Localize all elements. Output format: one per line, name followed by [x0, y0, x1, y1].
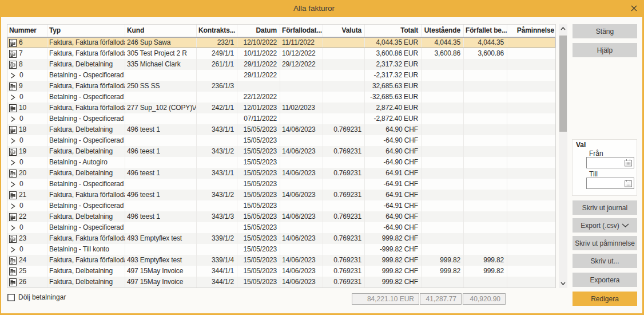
- calendar-icon[interactable]: [624, 159, 633, 169]
- calendar-icon[interactable]: [624, 179, 633, 190]
- column-header-forfallodatum[interactable]: Förfallodat...: [280, 25, 323, 37]
- chevron-right-icon[interactable]: [10, 73, 15, 78]
- row-number: 0: [19, 113, 23, 124]
- table-row-payment[interactable]: 0Betalning - Ospecificerad15/05/2023-64.…: [7, 179, 555, 190]
- cell-forfallet: [464, 124, 507, 135]
- table-row-invoice-10[interactable]: 10Faktura, Faktura förfallodatum277 Sup_…: [7, 103, 555, 113]
- table-row-payment[interactable]: 0Betalning - Ospecificerad29/11/2022-2,3…: [7, 70, 555, 81]
- cell-forfallet: [464, 190, 507, 200]
- hjalp-button[interactable]: Hjälp: [573, 43, 637, 57]
- table-row-invoice-22[interactable]: 22Faktura, Delbetalning496 teest 1343/1/…: [7, 211, 555, 222]
- window-title: Alla fakturor: [0, 0, 644, 17]
- scroll-down-arrow-icon[interactable]: [559, 279, 567, 288]
- cell-nummer: 0: [7, 113, 47, 124]
- chevron-right-icon[interactable]: [10, 116, 15, 122]
- hide-payments-checkbox[interactable]: [7, 294, 15, 301]
- table-row-payment[interactable]: 0Betalning - Ospecificerad15/05/2023-64.…: [7, 222, 555, 233]
- table-row-payment[interactable]: 0Betalning - Ospecificerad22/12/2022-32,…: [7, 92, 555, 103]
- column-header-kontrakt[interactable]: Kontrakts...: [197, 25, 237, 37]
- till-date-input[interactable]: [586, 178, 634, 189]
- table-row-invoice-19[interactable]: 19Faktura, Delbetalning496 teest 1343/1/…: [7, 146, 555, 157]
- chevron-right-icon[interactable]: [10, 138, 15, 144]
- table-row-invoice-7[interactable]: 7Faktura, Faktura förfallodatum305 Test …: [7, 48, 555, 59]
- invoice-document-icon: [9, 61, 17, 69]
- skriv-ut-paminnelse-button[interactable]: Skriv ut påminnelse: [573, 236, 637, 250]
- chevron-right-icon[interactable]: [10, 247, 15, 253]
- cell-forfallodatum: [280, 222, 323, 233]
- column-header-utestaende[interactable]: Utestående: [422, 25, 464, 37]
- table-row-payment[interactable]: 0Betalning - Autogiro15/05/2023-64.90 CH…: [7, 157, 555, 168]
- till-label: Till: [589, 170, 598, 178]
- table-row-invoice-21[interactable]: 21Faktura, Faktura förfallodatum496 tees…: [7, 190, 555, 200]
- scroll-up-arrow-icon[interactable]: [559, 24, 567, 33]
- table-row-invoice-26[interactable]: 26Faktura, Delbetalning497 15May Invoice…: [7, 277, 555, 288]
- table-row-invoice-18[interactable]: 18Faktura, Delbetalning496 teest 1343/1/…: [7, 124, 555, 135]
- table-row-invoice-8[interactable]: 8Faktura, Delbetalning335 Michael Clark2…: [7, 59, 555, 70]
- column-header-forfallet[interactable]: Förfallet be...: [464, 25, 507, 37]
- cell-datum: [237, 81, 280, 92]
- column-header-totalt[interactable]: Totalt: [365, 25, 422, 37]
- table-row-payment[interactable]: 0Betalning - Till konto15/05/2023-999.82…: [7, 244, 555, 255]
- table-row-invoice-9[interactable]: 9Faktura, Faktura förfallodatum250 SS SS…: [7, 81, 555, 92]
- cell-kontrakt: [197, 179, 237, 190]
- cell-forfallet: [464, 135, 507, 146]
- cell-kontrakt: 344/1/1: [197, 266, 237, 277]
- cell-paminnelse: [507, 255, 555, 266]
- table-row-invoice-23[interactable]: 23Faktura, Faktura förfallodatum493 Empt…: [7, 233, 555, 244]
- chevron-right-icon[interactable]: [10, 182, 15, 187]
- column-header-valuta[interactable]: Valuta: [323, 25, 365, 37]
- table-row-payment[interactable]: 0Betalning - Ospecificerad07/11/2022-2,8…: [7, 113, 555, 124]
- cell-forfallodatum: [280, 135, 323, 146]
- from-date-input[interactable]: [586, 157, 634, 168]
- table-row-invoice-20[interactable]: 20Faktura, Delbetalning496 teest 1343/1/…: [7, 168, 555, 179]
- cell-paminnelse: [507, 200, 555, 211]
- cell-totalt: 64.90 CHF: [365, 146, 422, 157]
- exportera-button[interactable]: Exportera: [573, 273, 637, 287]
- column-header-nummer[interactable]: Nummer: [7, 25, 47, 37]
- cell-paminnelse: [507, 135, 555, 146]
- cell-paminnelse: [507, 277, 555, 288]
- chevron-right-icon[interactable]: [10, 225, 15, 231]
- cell-totalt: 999.82 CHF: [365, 266, 422, 277]
- cell-typ: Faktura, Delbetalning: [47, 59, 125, 70]
- cell-utestaende: 999.82: [422, 266, 464, 277]
- chevron-right-icon[interactable]: [10, 203, 15, 209]
- cell-kund: 305 Test Project 2 R: [125, 48, 197, 59]
- column-header-paminnelse[interactable]: Påminnelse: [507, 25, 555, 37]
- chevron-right-icon[interactable]: [10, 94, 15, 100]
- vertical-scrollbar[interactable]: [559, 24, 567, 288]
- skriv-ut-journal-button[interactable]: Skriv ut journal: [573, 200, 637, 215]
- cell-nummer: 9: [7, 81, 47, 92]
- invoice-document-icon: [9, 50, 17, 58]
- cell-valuta: 0.769231: [323, 124, 365, 135]
- column-header-datum[interactable]: Datum: [237, 25, 280, 37]
- invoice-document-icon: [9, 82, 17, 90]
- cell-forfallodatum: 14/06/2023: [280, 211, 323, 222]
- cell-forfallet: [464, 244, 507, 255]
- table-row-invoice-6[interactable]: 6Faktura, Faktura förfallodatum246 Sup S…: [7, 37, 555, 48]
- cell-typ: Faktura, Delbetalning: [47, 266, 125, 277]
- column-header-kund[interactable]: Kund: [125, 25, 197, 37]
- invoice-document-icon: [9, 278, 17, 286]
- table-row-payment[interactable]: 0Betalning - Ospecificerad15/05/2023-64.…: [7, 200, 555, 211]
- cell-kund: [125, 200, 197, 211]
- cell-kontrakt: 232/1: [197, 37, 237, 48]
- scrollbar-thumb[interactable]: [559, 36, 567, 132]
- skriv-ut-button-label: Skriv ut...: [590, 257, 619, 265]
- column-header-typ[interactable]: Typ: [47, 25, 125, 37]
- chevron-right-icon[interactable]: [10, 160, 15, 166]
- cell-typ: Faktura, Faktura förfallodatum: [47, 103, 125, 113]
- cell-datum: 07/11/2022: [237, 113, 280, 124]
- table-row-invoice-24[interactable]: 24Faktura, Faktura förfallodatum493 Empt…: [7, 255, 555, 266]
- export-csv-button[interactable]: Export (.csv): [573, 218, 637, 233]
- cell-utestaende: [422, 244, 464, 255]
- close-icon[interactable]: [627, 2, 641, 15]
- table-row-invoice-25[interactable]: 25Faktura, Delbetalning497 15May Invoice…: [7, 266, 555, 277]
- redigera-button[interactable]: Redigera: [573, 292, 637, 306]
- stang-button[interactable]: Stäng: [573, 24, 637, 38]
- cell-utestaende: [422, 70, 464, 81]
- cell-datum: 15/05/2023: [237, 255, 280, 266]
- table-row-payment[interactable]: 0Betalning - Ospecificerad15/05/2023-64.…: [7, 135, 555, 146]
- table-body: 6Faktura, Faktura förfallodatum246 Sup S…: [7, 37, 555, 288]
- skriv-ut-button[interactable]: Skriv ut...: [573, 254, 637, 268]
